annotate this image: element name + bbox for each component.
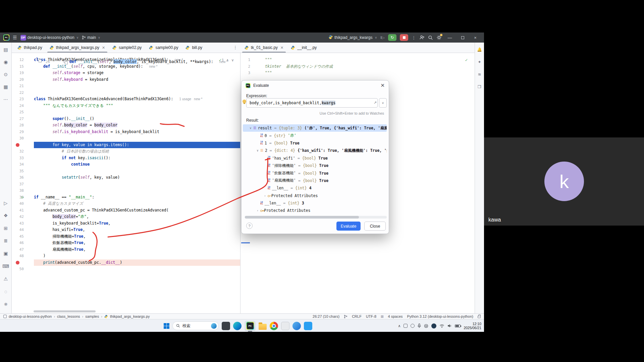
taskbar-app-vscode[interactable]: [304, 322, 312, 330]
code-line[interactable]: 27 super().__init__(): [12, 116, 240, 122]
line-number[interactable]: 50: [12, 266, 24, 273]
line-number[interactable]: 46: [12, 240, 24, 246]
code-line[interactable]: 42 body_color="赤",: [12, 214, 240, 220]
line-number[interactable]: 47: [12, 246, 24, 253]
code-line[interactable]: 29 self.is_keyboard_backlit = is_keyboar…: [12, 129, 240, 135]
right-stripe-icon-2[interactable]: ✦: [475, 59, 484, 65]
line-number[interactable]: 12: [12, 57, 24, 63]
variable-row[interactable]: ∨☰result = {tuple: 3} ('赤', True, {'has_…: [243, 124, 387, 132]
window-maximize-button[interactable]: [458, 35, 467, 40]
column-mode-icon[interactable]: ⊞: [381, 315, 383, 318]
line-number[interactable]: 44: [12, 227, 24, 233]
tree-chevron-icon[interactable]: ›: [263, 194, 267, 197]
tray-app-icon[interactable]: [431, 323, 436, 328]
breadcrumbs[interactable]: desktop-ui-lessons-python›class_lessons›…: [3, 314, 150, 318]
code-line[interactable]: 15 def __init__(self, cpu, storage, keyb…: [12, 63, 240, 70]
inspection-widget[interactable]: ✓1 ∧ ∨: [219, 58, 234, 62]
taskbar-search[interactable]: 検索: [172, 321, 219, 330]
window-minimize-button[interactable]: —: [445, 35, 454, 40]
stop-button[interactable]: [400, 34, 408, 41]
code-line[interactable]: 39▷if __name__ == "__main__":: [12, 194, 240, 201]
tree-chevron-icon[interactable]: ∨: [256, 149, 260, 152]
branch-widget[interactable]: main ∨: [82, 35, 100, 40]
code-line[interactable]: 2tkinter 基本的なウィンドウの作成: [241, 63, 475, 70]
close-button[interactable]: Close: [364, 222, 386, 231]
left-stripe-bottom-icon-1[interactable]: ▷: [0, 200, 11, 206]
evaluate-button[interactable]: Evaluate: [336, 222, 361, 231]
tab-bill.py[interactable]: bill.py: [182, 43, 206, 53]
speaker-icon[interactable]: [447, 324, 452, 328]
editor-pane-left[interactable]: 12class ThinkPadX13Gen6CustomizeSimple(B…: [12, 53, 240, 313]
microphone-icon[interactable]: [418, 323, 421, 328]
left-stripe-bottom-icon-6[interactable]: ⌨: [0, 263, 11, 269]
tab-options-icon[interactable]: ⋮: [233, 45, 237, 50]
tree-chevron-icon[interactable]: ›: [256, 209, 260, 212]
variable-row[interactable]: 10010 = {str} '赤': [243, 132, 387, 139]
code-line[interactable]: 47 扇風機機能=True,: [12, 246, 240, 253]
left-stripe-top-icon-3[interactable]: ⊙: [0, 72, 11, 77]
breakpoint-icon[interactable]: [16, 143, 19, 147]
run-configuration[interactable]: thikpad_args_kwargs ∨: [328, 35, 377, 40]
right-stripe-icon-3[interactable]: ≋: [475, 72, 484, 77]
code-line[interactable]: 50: [12, 266, 240, 273]
tab-thikpad_args_kwargs.py[interactable]: thikpad_args_kwargs.py✕: [46, 43, 109, 53]
settings-gear-icon[interactable]: [436, 35, 442, 40]
breadcrumb-item[interactable]: samples: [85, 314, 99, 318]
left-stripe-bottom-icon-2[interactable]: ❖: [0, 213, 11, 218]
line-number[interactable]: 32: [12, 148, 24, 155]
line-separator[interactable]: CRLF: [352, 314, 362, 318]
line-number[interactable]: 42: [12, 214, 24, 220]
code-line[interactable]: 43 is_keyboard_backlit=True,: [12, 220, 240, 227]
left-stripe-bottom-icon-5[interactable]: ▣: [0, 251, 11, 256]
line-number[interactable]: 22: [12, 89, 24, 96]
taskbar-app-explorer[interactable]: [259, 324, 267, 330]
taskbar-app-edge[interactable]: [233, 322, 241, 330]
line-number[interactable]: 48: [12, 253, 24, 259]
variable-row[interactable]: 1001__len__ = {int} 4: [243, 184, 387, 192]
variable-row[interactable]: 1001'炊飯器機能' = {bool} True: [243, 169, 387, 177]
code-line[interactable]: 38: [12, 187, 240, 194]
location-icon[interactable]: [424, 324, 428, 328]
line-number[interactable]: 34: [12, 161, 24, 168]
inspection-widget-right[interactable]: ✓: [465, 58, 468, 62]
tab-__init__.py[interactable]: __init__.py: [287, 43, 320, 53]
line-number[interactable]: 45: [12, 233, 24, 240]
variable-row[interactable]: 10011 = {bool} True: [243, 139, 387, 147]
code-line[interactable]: 30: [12, 135, 240, 142]
code-line[interactable]: 22: [12, 89, 240, 96]
code-line[interactable]: 35: [12, 168, 240, 175]
line-number[interactable]: 23: [12, 96, 24, 103]
tab-tk_01_basic.py[interactable]: tk_01_basic.py✕: [241, 43, 287, 53]
line-number[interactable]: 40: [12, 200, 24, 207]
expand-editor-icon[interactable]: ↗: [374, 101, 377, 105]
tray-icon-2[interactable]: [411, 324, 415, 328]
variable-row[interactable]: ›Protected Attributes: [243, 192, 387, 199]
dialog-scrollbar[interactable]: [245, 216, 387, 219]
expression-history-dropdown[interactable]: ∨: [379, 98, 387, 108]
taskbar-app-7[interactable]: [292, 322, 301, 330]
code-line[interactable]: print(advanced_custom_pc.__dict__): [12, 259, 240, 266]
left-stripe-bottom-icon-3[interactable]: ⊞: [0, 226, 11, 231]
code-line[interactable]: 40 # 高度なカスタマイズ: [12, 200, 240, 207]
tab-thikpad.py[interactable]: thikpad.py: [14, 43, 46, 53]
readonly-lock-icon[interactable]: [478, 316, 481, 318]
taskbar-app-chrome[interactable]: [270, 322, 278, 330]
git-status-icon[interactable]: [344, 315, 347, 318]
line-number[interactable]: 25: [12, 109, 24, 116]
tab-close-icon[interactable]: ✕: [102, 46, 105, 50]
code-line[interactable]: 37: [12, 181, 240, 188]
taskbar-app-1[interactable]: [222, 322, 230, 330]
line-number[interactable]: 24: [12, 103, 24, 109]
line-number[interactable]: 1: [241, 57, 251, 63]
tab-sample00.py[interactable]: sample00.py: [145, 43, 182, 53]
breadcrumb-item[interactable]: class_lessons: [57, 314, 80, 318]
code-line[interactable]: 34 continue: [12, 161, 240, 168]
line-number[interactable]: 33: [12, 155, 24, 162]
left-stripe-bottom-icon-9[interactable]: ⎈: [0, 301, 11, 307]
line-number[interactable]: 30: [12, 135, 24, 142]
dialog-close-icon[interactable]: ✕: [380, 82, 385, 88]
code-line[interactable]: 23class ThinkPadX13Gen6CustomizeAdvanced…: [12, 96, 240, 103]
rerun-button[interactable]: ↻: [388, 34, 396, 41]
code-line[interactable]: 32 # 日本語引数の場合は拒絶: [12, 148, 240, 155]
line-number[interactable]: 19: [12, 70, 24, 76]
